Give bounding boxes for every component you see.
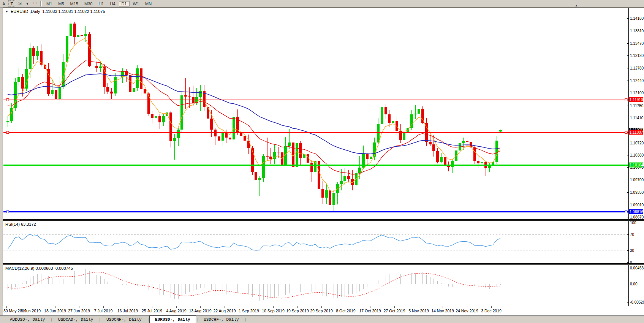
date-tick-label: 3 Dec 2019 (481, 309, 502, 313)
candle-up (440, 157, 443, 162)
hline-handle-left[interactable] (6, 211, 9, 213)
candle-down (247, 141, 250, 148)
candle-down (188, 97, 191, 97)
candle-down (444, 157, 446, 166)
chart-tab-bar: AUDUSD-, Daily|USDCAD-, Daily|USDCNH-, D… (0, 315, 644, 323)
candle-up (262, 156, 265, 178)
candle-down (151, 114, 153, 118)
candle-up (495, 141, 498, 162)
candle-up (136, 68, 139, 87)
hline-handle-right[interactable] (625, 131, 627, 134)
hline-handle-right[interactable] (625, 99, 627, 101)
candle-up (314, 161, 316, 172)
candle-down (225, 133, 228, 138)
chart-title-ohlc: 1.11033 1.11081 1.11022 1.11075 (43, 9, 105, 14)
rsi-canvas[interactable]: 10070300 (3, 221, 644, 263)
date-tick-label: 24 Nov 2019 (456, 309, 478, 313)
chart-tab-audusd[interactable]: AUDUSD-, Daily (5, 316, 50, 323)
candle-up (51, 90, 54, 94)
date-tick-label: 16 Jul 2019 (117, 309, 138, 313)
candle-down (110, 92, 113, 93)
timeframe-button-m1[interactable]: M1 (44, 1, 55, 6)
macd-histogram (8, 269, 501, 301)
candle-up (155, 116, 157, 118)
candle-up (114, 77, 117, 93)
candle-down (388, 114, 391, 123)
scroll-up-marker-icon[interactable]: ▲ (575, 4, 578, 7)
candle-up (340, 181, 343, 184)
timeframe-button-m30[interactable]: M30 (82, 1, 95, 6)
date-tick-label: 8 Oct 2019 (336, 309, 356, 313)
candle-up (17, 77, 20, 82)
text-tool-icon[interactable]: T (8, 0, 15, 7)
date-tick-label: 13 Aug 2019 (189, 309, 212, 313)
candle-up (377, 124, 380, 142)
candle-up (233, 117, 235, 139)
date-tick-label: 27 Oct 2019 (383, 309, 405, 313)
candle-down (299, 143, 302, 158)
date-tick-label: 4 Aug 2019 (166, 309, 186, 313)
date-tick-label: 17 Oct 2019 (359, 309, 381, 313)
price-tick-label: 1.11750 (630, 104, 644, 108)
timeframe-button-h1[interactable]: H1 (96, 1, 106, 6)
arrows-tool-icon[interactable]: ⇲ (17, 1, 23, 6)
collapse-chart-icon[interactable]: ▼ (5, 10, 8, 13)
arrow-style-icon[interactable]: A (1, 1, 7, 6)
hline-handle-right[interactable] (625, 211, 627, 213)
timeframe-button-m5[interactable]: M5 (55, 1, 66, 6)
price-tick-label: 1.10720 (630, 141, 644, 145)
macd-indicator-panel[interactable]: MACD(12,26,9) 0.000663 -0.000745 0.00453… (3, 264, 644, 306)
candle-up (455, 150, 457, 162)
candle-up (92, 66, 94, 66)
ma-ema20-line (8, 61, 500, 174)
candle-up (180, 95, 183, 130)
timeframe-button-mn[interactable]: MN (142, 1, 154, 6)
candle-down (184, 95, 187, 97)
candle-down (21, 77, 24, 89)
candle-up (392, 121, 394, 123)
chart-tab-usdchf[interactable]: USDCHF-, Daily (198, 316, 244, 323)
candle-up (99, 66, 102, 68)
candle-down (244, 136, 246, 141)
ma-ema5-line (8, 38, 500, 192)
price-chart-panel[interactable]: ▼ EURUSD-,Daily 1.11033 1.11081 1.11022 … (3, 8, 644, 220)
candle-down (210, 119, 213, 130)
time-axis[interactable]: 30 May 20199 Jun 201918 Jun 201927 Jun 2… (3, 306, 644, 315)
candle-down (385, 107, 387, 114)
candle-up (451, 161, 454, 166)
hline-handle-left[interactable] (6, 131, 9, 134)
candle-up (358, 168, 361, 173)
chart-tab-usdcad[interactable]: USDCAD-, Daily (53, 316, 98, 323)
main-chart-canvas[interactable]: 1.141601.138101.134701.131301.127801.124… (3, 8, 644, 219)
chart-tab-usdcnh[interactable]: USDCNH-, Daily (101, 316, 147, 323)
date-tick-label: 27 Jun 2019 (68, 309, 90, 313)
tab-separator: | (98, 316, 101, 323)
arrows-dropdown-caret-icon[interactable]: ▾ (24, 1, 30, 6)
candle-down (436, 151, 439, 163)
candle-up (36, 51, 39, 56)
date-tick-label: 19 Sep 2019 (286, 309, 309, 313)
timeframe-button-d1[interactable]: D1 (119, 1, 130, 6)
chart-title-symbol: EURUSD-,Daily (11, 9, 40, 14)
tab-separator: | (196, 316, 199, 323)
candle-down (118, 77, 120, 77)
timeframe-button-w1[interactable]: W1 (130, 1, 142, 6)
timeframe-button-h4[interactable]: H4 (107, 1, 118, 6)
candle-down (329, 190, 331, 205)
candle-down (55, 90, 57, 99)
timeframe-button-group: M1M5M15M30H1H4D1W1MN (43, 1, 155, 6)
date-tick-label: 1 Sep 2019 (239, 309, 259, 313)
date-tick-label: 10 Sep 2019 (262, 309, 285, 313)
candle-up (481, 162, 483, 163)
macd-canvas[interactable]: 0.0045360.00-0.005205 (3, 265, 644, 306)
candle-down (366, 154, 369, 158)
candle-down (473, 147, 476, 161)
candle-up (462, 141, 465, 143)
hline-handle-left[interactable] (6, 99, 9, 101)
chart-tab-eurusd[interactable]: EURUSD-, Daily (149, 315, 196, 323)
price-tick-label: 1.13470 (630, 41, 644, 46)
level-price: 1.11007 (630, 130, 643, 135)
candle-up (332, 193, 335, 205)
timeframe-button-m15[interactable]: M15 (68, 1, 81, 6)
rsi-indicator-panel[interactable]: RSI(14) 63.3172 10070300 (3, 220, 644, 264)
